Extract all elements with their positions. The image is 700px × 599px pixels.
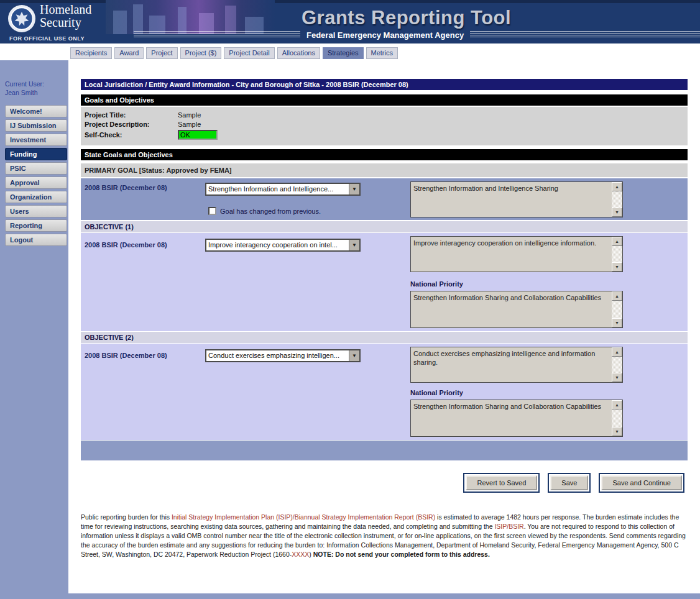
- sidebar-item-users[interactable]: Users: [5, 205, 67, 217]
- tab-award[interactable]: Award: [114, 47, 144, 59]
- objective-1-textarea[interactable]: Improve interagency cooperation on intel…: [410, 236, 623, 272]
- objective-2-national-priority-label: National Priority: [410, 389, 463, 396]
- chevron-down-icon[interactable]: ▼: [349, 350, 359, 361]
- objective-1-period-label: 2008 BSIR (December 08): [85, 241, 167, 249]
- tab-metrics[interactable]: Metrics: [366, 47, 398, 59]
- objective-1-national-priority-textarea[interactable]: Strengthen Information Sharing and Colla…: [410, 291, 623, 328]
- objective-2-dropdown[interactable]: Conduct exercises emphasizing intelligen…: [205, 349, 361, 362]
- project-description-row: Project Description: Sample: [85, 121, 684, 128]
- sidebar-item-approval[interactable]: Approval: [5, 176, 67, 189]
- primary-goal-dropdown[interactable]: Strengthen Information and Intelligence.…: [205, 183, 361, 196]
- scroll-down-icon[interactable]: ▼: [612, 373, 622, 382]
- goal-changed-label: Goal has changed from previous.: [220, 208, 321, 215]
- paperwork-reduction-notice: Public reporting burden for this Initial…: [81, 513, 688, 559]
- sidebar: Current User: Jean Smith Welcome! IJ Sub…: [5, 80, 67, 248]
- fouo-label: FOR OFFICIAL USE ONLY: [9, 35, 85, 42]
- primary-goal-text: Strengthen Information and Intelligence …: [411, 182, 622, 194]
- cityscape-banner-image: [106, 0, 275, 34]
- save-button[interactable]: Save: [550, 475, 588, 490]
- project-description-label: Project Description:: [85, 121, 178, 128]
- logo-line2: Security: [40, 16, 91, 29]
- objective-2-text: Conduct exercises emphasizing intelligen…: [411, 347, 622, 368]
- scroll-down-icon[interactable]: ▼: [612, 208, 622, 217]
- chevron-down-icon[interactable]: ▼: [349, 184, 359, 194]
- save-and-continue-button[interactable]: Save and Continue: [601, 475, 682, 490]
- logo-wordmark: Homeland Security: [40, 3, 91, 29]
- objective-2-np-scrollbar[interactable]: ▲ ▼: [612, 400, 622, 436]
- goal-changed-row: Goal has changed from previous.: [208, 207, 321, 215]
- sidebar-item-ij-submission[interactable]: IJ Submission: [5, 119, 67, 132]
- primary-goal-dropdown-value: Strengthen Information and Intelligence.…: [206, 184, 349, 194]
- sidebar-item-welcome[interactable]: Welcome!: [5, 105, 67, 117]
- objective-2-header: OBJECTIVE (2): [81, 332, 688, 343]
- objective-2-dropdown-value: Conduct exercises emphasizing intelligen…: [206, 350, 349, 361]
- objective-2-national-priority-text: Strengthen Information Sharing and Colla…: [411, 400, 622, 413]
- goals-section-header: Goals and Objectives: [81, 94, 688, 106]
- sidebar-item-reporting[interactable]: Reporting: [5, 219, 67, 232]
- objective-1-text: Improve interagency cooperation on intel…: [411, 237, 622, 249]
- project-description-value: Sample: [178, 121, 201, 128]
- revert-to-saved-button[interactable]: Revert to Saved: [466, 475, 537, 490]
- objective-1-national-priority-label: National Priority: [410, 280, 463, 288]
- sidebar-item-investment[interactable]: Investment: [5, 134, 67, 146]
- self-check-row: Self-Check: OK: [85, 130, 684, 140]
- top-tab-bar: Recipients Award Project Project ($) Pro…: [0, 43, 700, 60]
- state-goals-section-header: State Goals and Objectives: [81, 149, 688, 160]
- scroll-up-icon[interactable]: ▲: [612, 291, 622, 301]
- objective-1-dropdown-value: Improve interagency cooperation on intel…: [206, 240, 349, 250]
- objective-2-section: 2008 BSIR (December 08) Conduct exercise…: [81, 344, 688, 440]
- scroll-down-icon[interactable]: ▼: [612, 262, 622, 272]
- objective-2-scrollbar[interactable]: ▲ ▼: [612, 347, 622, 382]
- tab-recipients[interactable]: Recipients: [70, 47, 112, 59]
- primary-goal-row: 2008 BSIR (December 08) Strengthen Infor…: [81, 178, 688, 220]
- objective-1-dropdown[interactable]: Improve interagency cooperation on intel…: [205, 239, 361, 252]
- form-bottom-band: [81, 441, 688, 460]
- app-subtitle-row: Federal Emergency Management Agency: [134, 30, 700, 39]
- project-title-label: Project Title:: [85, 111, 178, 119]
- objective-1-scrollbar[interactable]: ▲ ▼: [612, 237, 622, 272]
- save-continue-button-frame: Save and Continue: [599, 473, 684, 493]
- app-header: Homeland Security FOR OFFICIAL USE ONLY …: [0, 0, 700, 43]
- primary-goal-textarea[interactable]: Strengthen Information and Intelligence …: [410, 181, 623, 217]
- primary-goal-header: PRIMARY GOAL [Status: Approved by FEMA]: [81, 163, 688, 177]
- sidebar-item-funding[interactable]: Funding: [5, 148, 67, 160]
- scroll-up-icon[interactable]: ▲: [612, 237, 622, 246]
- logo-line1: Homeland: [40, 3, 91, 16]
- project-title-value: Sample: [178, 111, 201, 119]
- tab-allocations[interactable]: Allocations: [277, 47, 320, 59]
- tab-strategies[interactable]: Strategies: [323, 47, 364, 59]
- project-title-row: Project Title: Sample: [85, 111, 684, 119]
- current-user: Current User: Jean Smith: [5, 80, 67, 97]
- objective-1-header: OBJECTIVE (1): [81, 221, 688, 232]
- scroll-up-icon[interactable]: ▲: [612, 400, 622, 409]
- scroll-down-icon[interactable]: ▼: [612, 318, 622, 327]
- sidebar-item-logout[interactable]: Logout: [5, 234, 67, 246]
- objective-2-textarea[interactable]: Conduct exercises emphasizing intelligen…: [410, 347, 623, 383]
- scroll-up-icon[interactable]: ▲: [612, 182, 622, 191]
- goal-changed-checkbox[interactable]: [208, 207, 216, 215]
- objective-1-np-scrollbar[interactable]: ▲ ▼: [612, 291, 622, 327]
- current-user-name: Jean Smith: [5, 88, 67, 97]
- self-check-label: Self-Check:: [85, 131, 178, 139]
- current-user-label: Current User:: [5, 80, 67, 88]
- app-subtitle: Federal Emergency Management Agency: [300, 30, 470, 40]
- objective-1-section: 2008 BSIR (December 08) Improve interage…: [81, 233, 688, 331]
- primary-goal-scrollbar[interactable]: ▲ ▼: [612, 182, 622, 217]
- objective-2-national-priority-textarea[interactable]: Strengthen Information Sharing and Colla…: [410, 400, 623, 437]
- action-button-row: Revert to Saved Save Save and Continue: [81, 473, 688, 493]
- scroll-up-icon[interactable]: ▲: [612, 347, 622, 357]
- primary-goal-period-label: 2008 BSIR (December 08): [85, 184, 167, 191]
- save-button-frame: Save: [548, 473, 591, 493]
- page-title: Local Jurisdiction / Entity Award Inform…: [81, 79, 688, 90]
- dhs-seal-icon: [7, 4, 36, 33]
- sidebar-item-psic[interactable]: PSIC: [5, 162, 67, 175]
- main-content-panel: Local Jurisdiction / Entity Award Inform…: [68, 60, 700, 593]
- scroll-down-icon[interactable]: ▼: [612, 427, 622, 436]
- tab-project-dollars[interactable]: Project ($): [180, 47, 222, 59]
- tab-project-detail[interactable]: Project Detail: [224, 47, 274, 59]
- app-title: Grants Reporting Tool: [302, 7, 511, 29]
- chevron-down-icon[interactable]: ▼: [349, 240, 359, 250]
- sidebar-item-organization[interactable]: Organization: [5, 191, 67, 203]
- project-info-box: Project Title: Sample Project Descriptio…: [81, 107, 688, 145]
- tab-project[interactable]: Project: [146, 47, 177, 59]
